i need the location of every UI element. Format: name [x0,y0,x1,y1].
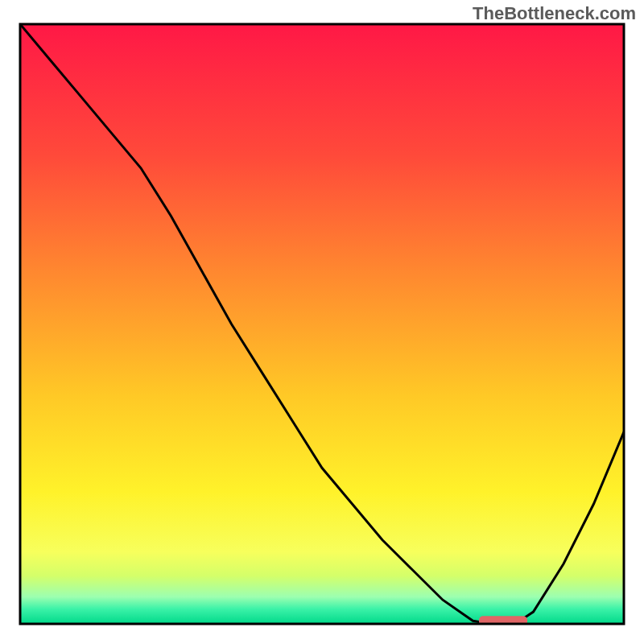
plot-background [20,24,624,624]
bottleneck-chart [0,0,644,644]
